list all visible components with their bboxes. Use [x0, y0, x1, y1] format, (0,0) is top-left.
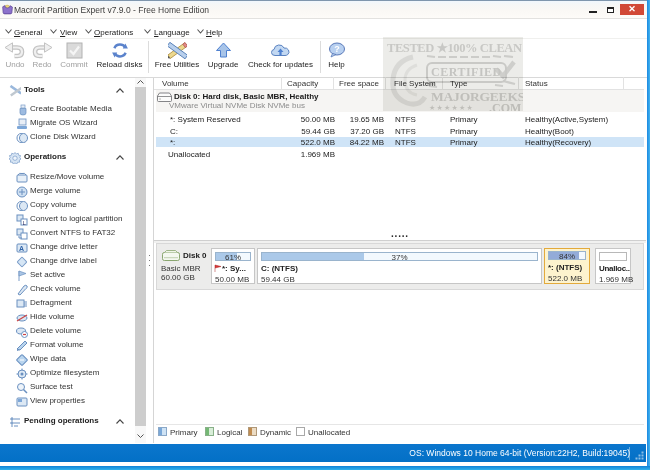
- svg-text:A: A: [19, 245, 24, 252]
- svg-text:?: ?: [334, 44, 340, 54]
